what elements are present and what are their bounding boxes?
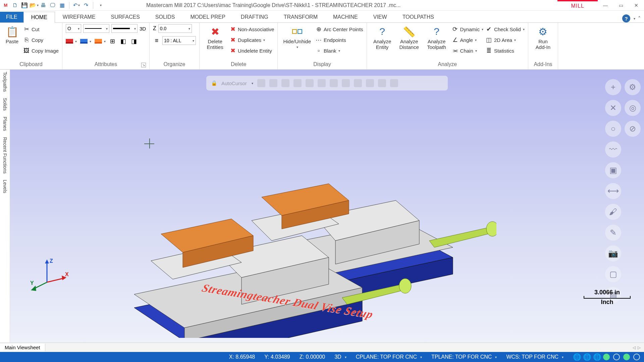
attr-tool3-icon[interactable]: ◨ xyxy=(130,38,138,45)
endpoints-button[interactable]: ⋯Endpoints xyxy=(315,35,363,45)
lock-icon[interactable]: 🔒 xyxy=(211,80,217,86)
status-x[interactable]: X: 8.65948 xyxy=(229,354,255,360)
tab-solids[interactable]: SOLIDS xyxy=(148,11,183,22)
sidetab-recent[interactable]: Recent Functions xyxy=(2,137,8,174)
tab-drafting[interactable]: DRAFTING xyxy=(233,11,276,22)
ft-icon[interactable] xyxy=(366,79,374,87)
z-value-combo[interactable]: 0.0▾ xyxy=(158,24,192,33)
context-tab-mill[interactable]: MILL xyxy=(557,0,598,10)
ft-icon[interactable] xyxy=(306,79,314,87)
print-icon[interactable]: 🖶 xyxy=(40,2,47,9)
2d-area-button[interactable]: ◫2D Area▾ xyxy=(485,35,525,45)
status-light-icon[interactable] xyxy=(623,354,630,360)
autocursor-label[interactable]: AutoCursor xyxy=(221,80,247,86)
delete-entities-button[interactable]: ✖ Delete Entities xyxy=(203,24,227,51)
open-icon[interactable]: 📂▾ xyxy=(30,2,38,9)
ft-icon[interactable] xyxy=(378,79,386,87)
arc-center-button[interactable]: ⊕Arc Center Points xyxy=(315,24,363,34)
status-wcs[interactable]: WCS: TOP FOR CNC▾ xyxy=(506,354,564,360)
rq-line-icon[interactable]: ⟷ xyxy=(605,183,621,199)
viewsheet-scroll-right-icon[interactable]: ▷ xyxy=(638,345,641,350)
help-icon[interactable]: ? xyxy=(622,14,630,22)
ft-icon[interactable] xyxy=(354,79,362,87)
copy-image-button[interactable]: 🖼Copy Image xyxy=(23,46,59,56)
run-addin-button[interactable]: ⚙ Run Add-In xyxy=(532,24,554,51)
help-dropdown-icon[interactable]: ▾ xyxy=(633,17,635,20)
tab-view[interactable]: VIEW xyxy=(366,11,395,22)
rq-pencil-icon[interactable]: ✎ xyxy=(605,225,621,241)
wire-globe-icon[interactable]: 🌐 xyxy=(573,354,580,360)
view-icon[interactable]: ▦ xyxy=(58,2,66,9)
ft-icon[interactable] xyxy=(293,79,302,87)
copy-button[interactable]: ⎘Copy xyxy=(23,35,59,45)
point-style-combo[interactable]: O▾ xyxy=(66,24,81,33)
ft-icon[interactable] xyxy=(342,79,350,87)
sidetab-toolpaths[interactable]: Toolpaths xyxy=(2,72,8,92)
3d-toggle[interactable]: 3D xyxy=(140,26,146,32)
rq-circle-icon[interactable]: ○ xyxy=(605,121,621,137)
cut-button[interactable]: ✂Cut xyxy=(23,24,59,34)
maximize-button[interactable]: ▭ xyxy=(613,0,629,11)
tab-home[interactable]: HOME xyxy=(23,12,55,23)
rq-box-icon[interactable]: ▢ xyxy=(605,266,621,282)
tab-machine[interactable]: MACHINE xyxy=(325,11,366,22)
minimize-button[interactable]: — xyxy=(598,0,613,11)
paste-button[interactable]: 📋 Paste xyxy=(3,24,21,45)
status-tplane[interactable]: TPLANE: TOP FOR CNC▾ xyxy=(431,354,497,360)
sidetab-solids[interactable]: Solids xyxy=(2,98,8,111)
screenshot-icon[interactable]: 🖵 xyxy=(49,2,56,9)
close-button[interactable]: ✕ xyxy=(629,0,644,11)
angle-button[interactable]: ∠Angle▾ xyxy=(451,35,483,45)
undelete-button[interactable]: ✖Undelete Entity xyxy=(229,46,274,56)
tab-wireframe[interactable]: WIREFRAME xyxy=(55,11,103,22)
analyze-toolpath-button[interactable]: ? Analyze Toolpath xyxy=(424,24,449,51)
rq-gear-icon[interactable]: ⚙ xyxy=(625,79,641,95)
viewsheet-scroll-left-icon[interactable]: ◁ xyxy=(633,345,636,350)
rq-paint-icon[interactable]: 🖌 xyxy=(605,204,621,220)
rq-target-icon[interactable]: ◎ xyxy=(625,100,641,116)
rq-nocircle-icon[interactable]: ⊘ xyxy=(625,121,641,137)
status-y[interactable]: Y: 4.03489 xyxy=(264,354,290,360)
status-3d[interactable]: 3D▾ xyxy=(334,354,346,360)
chain-button[interactable]: ⫘Chain▾ xyxy=(451,46,483,56)
rq-wave-icon[interactable]: 〰 xyxy=(605,141,621,158)
line-style-combo[interactable]: ▾ xyxy=(83,24,109,33)
qat-customize-icon[interactable]: ▾ xyxy=(97,2,104,9)
hide-unhide-button[interactable]: Hide/Unhide ▾ xyxy=(281,24,313,50)
tab-transform[interactable]: TRANSFORM xyxy=(276,11,325,22)
blank-button[interactable]: ▫Blank▾ xyxy=(315,46,363,56)
attributes-launcher-icon[interactable]: ↘ xyxy=(141,63,146,67)
ft-icon[interactable] xyxy=(269,79,277,87)
status-z[interactable]: Z: 0.00000 xyxy=(300,354,325,360)
status-light-icon[interactable] xyxy=(603,354,610,360)
rq-plus-icon[interactable]: + xyxy=(605,79,621,95)
ft-icon[interactable] xyxy=(281,79,289,87)
attr-tool1-icon[interactable]: ⊞ xyxy=(109,38,116,45)
viewsheet-tab-main[interactable]: Main Viewsheet xyxy=(0,344,45,351)
redo-icon[interactable]: ↷ xyxy=(82,2,90,9)
ft-icon[interactable] xyxy=(257,79,265,87)
statistics-button[interactable]: ≣Statistics xyxy=(485,46,525,56)
color-blue-button[interactable]: ▾ xyxy=(80,36,91,46)
level-combo[interactable]: 10 : ALL▾ xyxy=(162,36,196,45)
ft-icon[interactable] xyxy=(330,79,338,87)
wire-globe-icon[interactable]: 🌐 xyxy=(593,354,600,360)
status-cplane[interactable]: CPLANE: TOP FOR CNC▾ xyxy=(356,354,422,360)
check-solid-button[interactable]: ✔Check Solid▾ xyxy=(485,24,525,34)
sidetab-planes[interactable]: Planes xyxy=(2,117,8,131)
analyze-distance-button[interactable]: 📏 Analyze Distance xyxy=(396,24,422,51)
undo-icon[interactable]: ↶▾ xyxy=(73,2,80,9)
line-width-combo[interactable]: ▾ xyxy=(111,24,138,33)
floating-selection-toolbar[interactable]: 🔒 AutoCursor ▾ xyxy=(206,76,448,90)
rq-cross-icon[interactable]: ✕ xyxy=(605,100,621,116)
tab-model-prep[interactable]: MODEL PREP xyxy=(183,11,233,22)
wire-globe-icon[interactable]: 🌐 xyxy=(583,354,590,360)
color-orange-button[interactable]: ▾ xyxy=(95,36,106,46)
analyze-entity-button[interactable]: ? Analyze Entity xyxy=(370,24,394,51)
tab-surfaces[interactable]: SURFACES xyxy=(103,11,148,22)
status-light-icon[interactable] xyxy=(633,354,640,360)
rq-camera-icon[interactable]: 📷 xyxy=(605,245,621,261)
ft-icon[interactable] xyxy=(318,79,326,87)
graphics-viewport[interactable]: 🔒 AutoCursor ▾ +⚙ ✕◎ ○⊘ 〰 ▣ ⟷ 🖌 ✎ 📷 xyxy=(10,70,644,343)
file-tab[interactable]: FILE xyxy=(0,12,23,22)
